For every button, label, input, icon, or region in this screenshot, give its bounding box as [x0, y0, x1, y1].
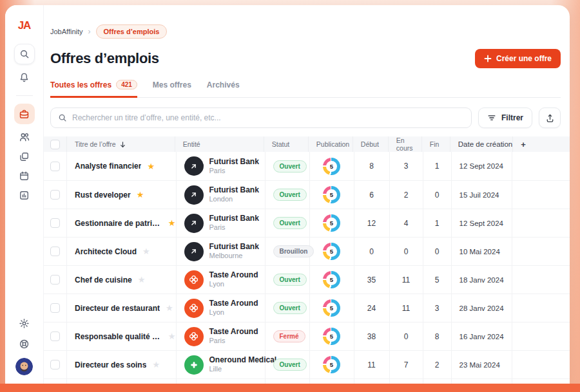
sidebar-item-offers[interactable]	[14, 104, 35, 124]
table-row[interactable]: Directeur de restaurant ★ Taste Around L…	[44, 294, 570, 322]
table-row[interactable]: Chef de cuisine ★ Taste Around Lyon Ouve…	[44, 265, 570, 294]
table-row[interactable]: Rust developer ★ Futurist Bank London Ou…	[44, 180, 570, 209]
star-icon[interactable]: ★	[168, 332, 176, 341]
header-encours[interactable]: En cours	[389, 136, 422, 152]
star-icon[interactable]: ★	[168, 219, 176, 227]
search-row: Filtrer	[50, 107, 561, 128]
fin-count: 0	[423, 238, 452, 265]
sidebar-item-stats[interactable]	[19, 189, 30, 201]
job-title: Gestionnaire de patrimoine	[75, 219, 162, 228]
tab-my-offers[interactable]: Mes offres	[153, 80, 191, 98]
row-checkbox[interactable]	[50, 303, 60, 313]
publication-donut: 5	[323, 186, 340, 203]
add-column-button[interactable]: +	[513, 136, 570, 152]
debut-count: 12	[354, 209, 390, 237]
company-logo	[184, 214, 204, 233]
table-row[interactable]: Directeur des soins ★ Oneround Medical L…	[44, 350, 570, 378]
header-title[interactable]: Titre de l’offre	[67, 136, 175, 152]
breadcrumb-current[interactable]: Offres d’emplois	[96, 24, 168, 39]
notifications-icon[interactable]	[19, 71, 30, 84]
header-status[interactable]: Statut	[264, 136, 309, 152]
row-checkbox[interactable]	[50, 360, 60, 369]
table-row[interactable]: Gestionnaire de patrimoine ★ Futurist Ba…	[44, 209, 570, 237]
header-entity[interactable]: Entité	[175, 136, 264, 152]
row-checkbox[interactable]	[50, 162, 60, 171]
sidebar-divider	[16, 95, 33, 96]
encours-count: 0	[390, 322, 423, 350]
star-icon[interactable]: ★	[152, 360, 160, 369]
header-fin[interactable]: Fin	[422, 136, 450, 152]
filter-button[interactable]: Filtrer	[478, 107, 532, 128]
status-badge: Ouvert	[273, 302, 307, 314]
creation-date: 12 Sept 2024	[452, 152, 512, 180]
fin-count: 8	[423, 322, 452, 350]
settings-gear-icon[interactable]	[19, 317, 30, 330]
export-button[interactable]	[539, 107, 561, 128]
user-avatar[interactable]	[15, 358, 33, 375]
publication-count: 5	[326, 161, 337, 172]
star-icon[interactable]: ★	[142, 247, 150, 256]
app-logo[interactable]: JA	[18, 19, 31, 32]
publication-count: 5	[326, 359, 337, 370]
publication-donut: 5	[323, 214, 340, 232]
star-icon[interactable]: ★	[147, 162, 155, 171]
header-debut[interactable]: Début	[353, 136, 389, 152]
sidebar-item-candidates[interactable]	[19, 131, 30, 144]
status-badge: Ouvert	[273, 274, 307, 286]
encours-count: 0	[390, 238, 423, 265]
star-icon[interactable]: ★	[166, 304, 173, 312]
table-row[interactable]: Analyste financier ★ Futurist Bank Paris…	[44, 152, 570, 180]
breadcrumb: JobAffinity › Offres d’emplois	[50, 24, 561, 39]
encours-count: 11	[390, 294, 423, 322]
status-badge: Ouvert	[273, 359, 307, 371]
title-row: Offres d’emplois Créer une offre	[50, 49, 561, 68]
search-icon[interactable]	[14, 44, 35, 64]
status-badge: Ouvert	[273, 160, 307, 173]
search-bar[interactable]	[50, 107, 472, 128]
star-icon[interactable]: ★	[137, 191, 144, 199]
create-offer-button[interactable]: Créer une offre	[475, 49, 561, 68]
tabs: Toutes les offres 421 Mes offres Archivé…	[50, 80, 561, 98]
fin-count: 1	[423, 209, 452, 237]
company-logo	[184, 327, 204, 346]
company-name: Futurist Bank	[209, 214, 259, 223]
debut-count: 24	[354, 294, 390, 322]
sidebar-item-calendar[interactable]	[19, 169, 30, 182]
tab-all-offers[interactable]: Toutes les offres 421	[50, 80, 137, 98]
search-icon	[58, 113, 67, 122]
encours-count: 2	[390, 181, 423, 209]
sidebar: JA	[5, 5, 44, 392]
creation-date: 28 Janv 2024	[452, 294, 512, 322]
publication-count: 5	[326, 246, 337, 257]
help-support-icon[interactable]	[19, 337, 30, 350]
publication-donut: 5	[323, 299, 340, 317]
row-checkbox[interactable]	[50, 190, 60, 200]
select-all-checkbox[interactable]	[50, 140, 60, 149]
sidebar-item-documents[interactable]	[19, 150, 30, 163]
table-row[interactable]: Responsable qualité alimentaire ★ Taste …	[44, 322, 570, 350]
breadcrumb-root[interactable]: JobAffinity	[50, 28, 83, 35]
table-row[interactable]: Architecte Cloud ★ Futurist Bank Melbour…	[44, 237, 570, 265]
sort-down-icon[interactable]	[119, 141, 126, 148]
chevron-right-icon: ›	[88, 27, 91, 36]
company-name: Taste Around	[209, 327, 258, 337]
row-checkbox[interactable]	[50, 218, 60, 228]
row-checkbox[interactable]	[50, 275, 60, 285]
search-input[interactable]	[72, 113, 464, 122]
row-checkbox[interactable]	[50, 247, 60, 256]
job-title: Architecte Cloud	[75, 247, 137, 256]
star-icon[interactable]: ★	[138, 275, 146, 284]
bottom-accent-bar	[0, 384, 580, 392]
tab-archived[interactable]: Archivés	[207, 80, 240, 98]
fin-count: 1	[423, 152, 452, 180]
publication-donut: 5	[323, 158, 340, 175]
header-creation-date[interactable]: Date de création	[450, 136, 513, 152]
header-publication[interactable]: Publication	[309, 136, 353, 152]
debut-count: 11	[354, 351, 390, 378]
company-logo	[184, 270, 204, 290]
upload-icon	[545, 113, 555, 123]
row-checkbox[interactable]	[50, 331, 60, 341]
company-city: Paris	[209, 223, 259, 232]
encours-count: 3	[390, 152, 423, 180]
job-title: Responsable qualité alimentaire	[75, 332, 162, 341]
